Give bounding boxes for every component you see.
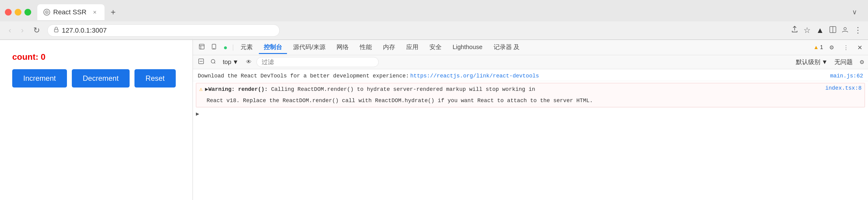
console-content: Download the React DevTools for a better… [193, 69, 868, 200]
main-area: count: 0 Increment Decrement Reset [0, 40, 868, 200]
log-level-selector[interactable]: 默认级别 ▼ [796, 58, 828, 66]
caret-icon[interactable]: ▶ [196, 111, 199, 117]
chevron-down-icon: ▼ [232, 58, 239, 66]
eye-icon[interactable]: 👁 [244, 57, 253, 67]
tab-application[interactable]: 应用 [401, 41, 423, 54]
expand-button[interactable]: ∨ [852, 8, 863, 16]
traffic-lights [5, 9, 31, 15]
split-view-icon[interactable] [830, 26, 836, 35]
minimize-traffic-light[interactable] [15, 9, 21, 15]
share-icon[interactable] [791, 26, 798, 35]
tab-network[interactable]: 网络 [332, 41, 353, 54]
count-display: count: 0 [12, 52, 180, 62]
new-tab-button[interactable]: + [107, 6, 119, 18]
warning-text-line1: ▶Warning: render(): Calling ReactDOM.ren… [205, 85, 823, 94]
alert-badge: ▲ 1 [813, 44, 823, 51]
tab-title: React SSR [53, 8, 87, 16]
no-issues-label: 无问题 [831, 58, 857, 66]
svg-rect-3 [54, 29, 58, 32]
more-options-icon[interactable]: ⋮ [854, 26, 862, 35]
devtools-panel: ● 元素 控制台 源代码/来源 网络 性能 内存 应用 [192, 40, 868, 200]
svg-point-6 [844, 28, 846, 30]
tab-favicon [43, 9, 50, 15]
svg-rect-7 [199, 44, 204, 49]
level-chevron-icon: ▼ [822, 58, 828, 66]
extension-icon[interactable]: ▲ [816, 26, 824, 35]
warning-icon: ⚠ [199, 86, 203, 92]
button-row: Increment Decrement Reset [12, 69, 180, 87]
tab-console[interactable]: 控制台 [259, 41, 287, 54]
page-content: count: 0 Increment Decrement Reset [0, 40, 192, 200]
context-selector[interactable]: top ▼ [220, 57, 241, 67]
warning-header: ⚠ ▶Warning: render(): Calling ReactDOM.r… [196, 83, 865, 96]
svg-line-15 [214, 63, 215, 64]
warning-text-line2: React v18. Replace the ReactDOM.render()… [196, 96, 865, 107]
devtools-close-button[interactable]: ✕ [855, 43, 865, 52]
tab-recorder[interactable]: 记录器 及 [489, 41, 525, 54]
reset-button[interactable]: Reset [134, 69, 176, 87]
browser-chrome: React SSR × + ∨ ‹ › ↻ 127.0.0.1:3007 [0, 0, 868, 40]
react-devtools-link[interactable]: https://reactjs.org/link/react-devtools [410, 73, 539, 79]
browser-tab-active[interactable]: React SSR × [37, 4, 104, 20]
tab-performance[interactable]: 性能 [355, 41, 377, 54]
tab-lighthouse[interactable]: Lighthouse [448, 42, 488, 53]
increment-button[interactable]: Increment [12, 69, 67, 87]
devtools-more-icon[interactable]: ⋮ [840, 42, 852, 53]
browser-toolbar-right: ☆ ▲ ⋮ [791, 26, 862, 35]
user-icon[interactable] [842, 26, 848, 35]
info-source-ref[interactable]: main.js:62 [830, 73, 863, 79]
console-filter-input[interactable] [256, 57, 379, 67]
url-text: 127.0.0.1:3007 [62, 27, 107, 34]
console-warning-block: ⚠ ▶Warning: render(): Calling ReactDOM.r… [196, 83, 865, 107]
devtools-tab-bar: ● 元素 控制台 源代码/来源 网络 性能 内存 应用 [193, 40, 868, 55]
console-caret-row[interactable]: ▶ [193, 109, 868, 118]
tab-sources[interactable]: 源代码/来源 [288, 41, 331, 54]
tab-bar: React SSR × + ∨ [0, 0, 868, 21]
info-text: Download the React DevTools for a better… [198, 73, 409, 79]
tab-security[interactable]: 安全 [425, 41, 446, 54]
url-bar[interactable]: 127.0.0.1:3007 [48, 25, 280, 37]
refresh-button[interactable]: ↻ [31, 25, 42, 36]
console-info-line: Download the React DevTools for a better… [193, 71, 868, 81]
lock-icon [54, 27, 59, 34]
close-traffic-light[interactable] [5, 9, 11, 15]
devtools-toolbar: top ▼ 👁 默认级别 ▼ 无问题 ⚙ [193, 55, 868, 69]
tab-close-button[interactable]: × [91, 8, 98, 16]
tab-separator [233, 44, 233, 51]
warning-source-ref[interactable]: index.tsx:8 [825, 85, 862, 91]
devtools-settings-icon[interactable]: ⚙ [826, 42, 837, 53]
decrement-button[interactable]: Decrement [72, 69, 130, 87]
maximize-traffic-light[interactable] [25, 9, 31, 15]
filter-icon[interactable] [209, 57, 217, 67]
tab-memory[interactable]: 内存 [378, 41, 400, 54]
devtools-dot-icon[interactable]: ● [220, 42, 230, 53]
devtools-inspect-icon[interactable] [196, 42, 208, 53]
clear-console-icon[interactable] [196, 57, 206, 67]
bookmark-icon[interactable]: ☆ [804, 26, 810, 35]
tab-elements[interactable]: 元素 [236, 41, 258, 54]
devtools-device-icon[interactable] [209, 42, 219, 53]
forward-button[interactable]: › [19, 25, 26, 36]
console-settings-icon[interactable]: ⚙ [860, 59, 864, 66]
address-bar: ‹ › ↻ 127.0.0.1:3007 ☆ ▲ [0, 21, 868, 40]
back-button[interactable]: ‹ [6, 25, 14, 36]
